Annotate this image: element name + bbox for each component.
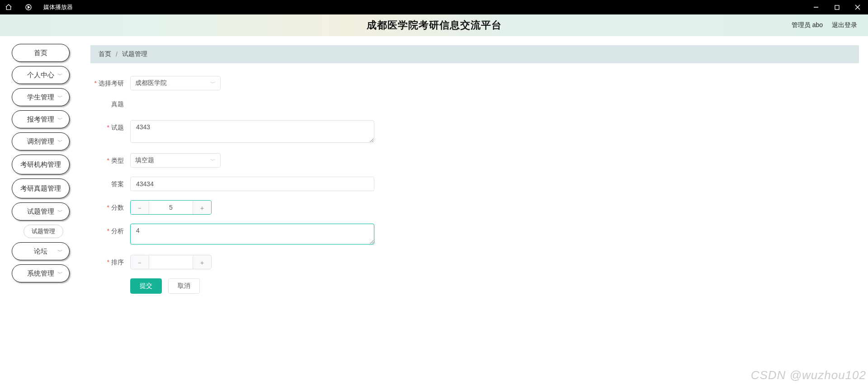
sidebar-item-label: 考研机构管理 bbox=[20, 160, 61, 169]
sidebar-item-label: 论坛 bbox=[34, 247, 47, 256]
window-app-name: 媒体播放器 bbox=[43, 3, 73, 11]
app-header: 成都医学院考研信息交流平台 管理员 abo 退出登录 bbox=[0, 14, 868, 36]
type-value: 填空题 bbox=[135, 156, 154, 164]
window-close-button[interactable] bbox=[847, 0, 868, 14]
score-input[interactable] bbox=[149, 201, 193, 214]
sidebar-item-question-mgmt[interactable]: 试题管理﹀ bbox=[12, 202, 70, 221]
label-select-exam: *选择考研 bbox=[90, 76, 130, 90]
logout-link[interactable]: 退出登录 bbox=[832, 21, 857, 29]
chevron-down-icon: ﹀ bbox=[210, 157, 216, 164]
score-increase-button[interactable]: ＋ bbox=[193, 201, 211, 215]
sidebar-item-transfer-mgmt[interactable]: 调剂管理﹀ bbox=[12, 132, 70, 150]
breadcrumb-separator: / bbox=[116, 51, 118, 58]
app-title: 成都医学院考研信息交流平台 bbox=[0, 19, 868, 32]
sidebar-subitem-question-mgmt[interactable]: 试题管理 bbox=[24, 225, 63, 238]
sidebar-item-label: 考研真题管理 bbox=[20, 184, 61, 193]
chevron-down-icon: ﹀ bbox=[57, 208, 63, 216]
breadcrumb-current: 试题管理 bbox=[122, 50, 147, 58]
sidebar: 首页 个人中心﹀ 学生管理﹀ 报考管理﹀ 调剂管理﹀ 考研机构管理 考研真题管理… bbox=[0, 36, 81, 385]
chevron-down-icon: ﹀ bbox=[210, 80, 216, 87]
chevron-down-icon: ﹀ bbox=[57, 248, 63, 255]
order-decrease-button[interactable]: － bbox=[131, 255, 149, 269]
sidebar-item-realexam-mgmt[interactable]: 考研真题管理 bbox=[12, 178, 70, 198]
order-increase-button[interactable]: ＋ bbox=[193, 255, 211, 269]
select-exam-value: 成都医学院 bbox=[135, 79, 167, 87]
label-score: *分数 bbox=[90, 200, 130, 215]
sidebar-item-label: 学生管理 bbox=[27, 93, 54, 102]
sidebar-item-label: 系统管理 bbox=[27, 269, 54, 278]
main-content: 首页 / 试题管理 *选择考研 成都医学院 ﹀ 真题 bbox=[81, 36, 868, 385]
sidebar-item-apply-mgmt[interactable]: 报考管理﹀ bbox=[12, 110, 70, 128]
chevron-down-icon: ﹀ bbox=[57, 270, 63, 277]
svg-rect-2 bbox=[835, 5, 839, 9]
home-icon[interactable] bbox=[4, 2, 14, 12]
question-textarea[interactable] bbox=[130, 120, 374, 143]
sidebar-item-label: 试题管理 bbox=[32, 227, 55, 235]
media-play-icon[interactable] bbox=[24, 2, 33, 12]
submit-button[interactable]: 提交 bbox=[130, 278, 162, 294]
sidebar-item-profile[interactable]: 个人中心﹀ bbox=[12, 66, 70, 84]
sidebar-item-label: 报考管理 bbox=[27, 115, 54, 124]
sidebar-item-org-mgmt[interactable]: 考研机构管理 bbox=[12, 155, 70, 174]
question-form: *选择考研 成都医学院 ﹀ 真题 *试题 bbox=[81, 63, 868, 312]
order-input[interactable] bbox=[149, 255, 193, 269]
sidebar-item-system-mgmt[interactable]: 系统管理﹀ bbox=[12, 264, 70, 282]
chevron-down-icon: ﹀ bbox=[57, 94, 63, 101]
score-stepper: － ＋ bbox=[130, 200, 212, 215]
label-type: *类型 bbox=[90, 153, 130, 168]
admin-label[interactable]: 管理员 abo bbox=[792, 21, 823, 29]
sidebar-item-label: 试题管理 bbox=[27, 207, 54, 216]
sidebar-item-home[interactable]: 首页 bbox=[12, 44, 70, 62]
select-exam-dropdown[interactable]: 成都医学院 ﹀ bbox=[130, 76, 221, 90]
order-stepper: － ＋ bbox=[130, 255, 212, 269]
window-minimize-button[interactable] bbox=[806, 0, 826, 14]
score-decrease-button[interactable]: － bbox=[131, 201, 149, 215]
answer-input[interactable] bbox=[130, 177, 374, 191]
type-dropdown[interactable]: 填空题 ﹀ bbox=[130, 153, 221, 168]
analysis-textarea[interactable] bbox=[130, 224, 374, 244]
sidebar-item-label: 首页 bbox=[34, 49, 47, 57]
sidebar-item-student-mgmt[interactable]: 学生管理﹀ bbox=[12, 88, 70, 106]
chevron-down-icon: ﹀ bbox=[57, 71, 63, 79]
chevron-down-icon: ﹀ bbox=[57, 116, 63, 123]
sidebar-item-forum[interactable]: 论坛﹀ bbox=[12, 242, 70, 260]
chevron-down-icon: ﹀ bbox=[57, 138, 63, 146]
label-analysis: *分析 bbox=[90, 224, 130, 238]
label-question: *试题 bbox=[90, 120, 130, 135]
window-maximize-button[interactable] bbox=[826, 0, 847, 14]
cancel-button[interactable]: 取消 bbox=[168, 278, 200, 294]
label-answer: 答案 bbox=[90, 177, 130, 191]
label-real-question: 真题 bbox=[90, 97, 130, 111]
header-user-area: 管理员 abo 退出登录 bbox=[792, 21, 857, 29]
sidebar-item-label: 个人中心 bbox=[27, 71, 54, 80]
sidebar-item-label: 调剂管理 bbox=[27, 137, 54, 146]
window-controls bbox=[806, 0, 868, 14]
label-order: *排序 bbox=[90, 255, 130, 269]
breadcrumb-home-link[interactable]: 首页 bbox=[99, 50, 111, 58]
breadcrumb: 首页 / 试题管理 bbox=[90, 45, 859, 63]
window-titlebar: 媒体播放器 bbox=[0, 0, 868, 14]
